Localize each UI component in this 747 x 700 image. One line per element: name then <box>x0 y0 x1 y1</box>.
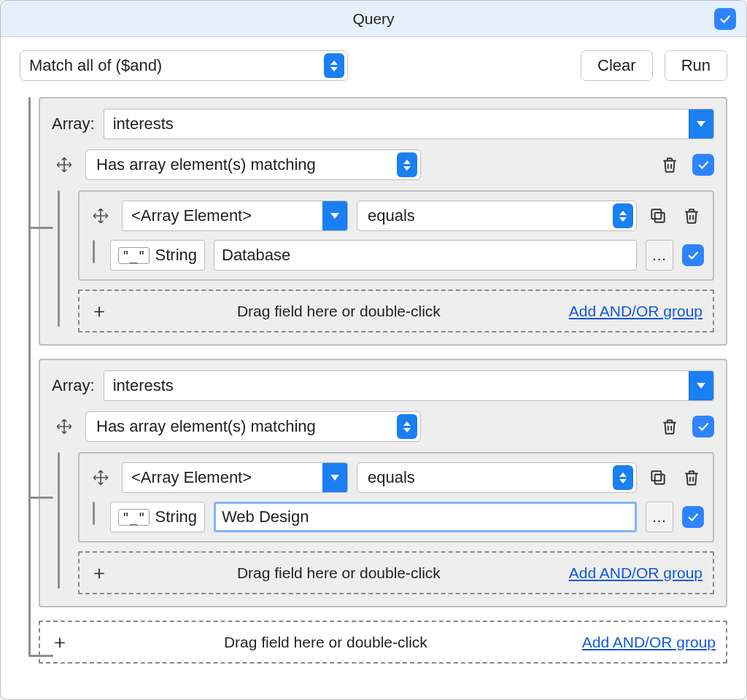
dropzone-hint: Drag field here or double-click <box>80 634 572 651</box>
group-panel: Array: interests Has array element(s) ma… <box>39 97 727 346</box>
type-label: String <box>155 508 197 526</box>
type-chip[interactable]: "_" String <box>110 502 205 532</box>
dropzone[interactable]: ＋ Drag field here or double-click Add AN… <box>78 289 714 332</box>
stepper-icon <box>613 203 633 228</box>
delete-button[interactable] <box>679 203 704 228</box>
plus-icon: ＋ <box>50 629 69 655</box>
query-builder-window: Query Match all of ($and) Clear Run <box>0 0 747 700</box>
titlebar-toggle[interactable] <box>714 8 736 30</box>
query-tree: Array: interests Has array element(s) ma… <box>20 97 727 685</box>
copy-button[interactable] <box>646 203 670 228</box>
tree-trunk <box>20 97 39 685</box>
svg-rect-1 <box>651 209 661 219</box>
comparison-select[interactable]: equals <box>357 201 637 231</box>
field-select-label: <Array Element> <box>131 206 322 225</box>
chevron-down-icon <box>689 371 713 400</box>
root-dropzone[interactable]: ＋ Drag field here or double-click Add AN… <box>39 621 727 664</box>
type-mini-icon: "_" <box>118 509 150 526</box>
more-button[interactable]: ... <box>646 240 673 271</box>
enable-toggle[interactable] <box>682 244 704 266</box>
match-operator-select[interactable]: Has array element(s) matching <box>85 411 421 442</box>
delete-button[interactable] <box>657 152 682 177</box>
copy-button[interactable] <box>646 465 670 490</box>
chevron-down-icon <box>322 463 347 492</box>
clear-button[interactable]: Clear <box>581 50 653 81</box>
move-handle-icon[interactable] <box>52 152 77 177</box>
array-label: Array: <box>52 376 95 395</box>
array-field-value: interests <box>113 376 689 395</box>
value-input-text: Database <box>222 246 290 265</box>
array-field-value: interests <box>113 114 689 133</box>
move-handle-icon[interactable] <box>52 414 77 439</box>
dropzone[interactable]: ＋ Drag field here or double-click Add AN… <box>78 551 714 594</box>
array-label: Array: <box>52 114 95 133</box>
svg-rect-2 <box>655 475 665 484</box>
condition-panel: <Array Element> equals <box>78 452 714 542</box>
enable-toggle[interactable] <box>692 416 714 438</box>
match-mode-label: Match all of ($and) <box>29 56 321 75</box>
group-panel: Array: interests Has array element(s) ma… <box>39 359 727 607</box>
plus-icon: ＋ <box>90 298 109 324</box>
chevron-down-icon <box>322 201 347 230</box>
chevron-down-icon <box>689 109 713 139</box>
value-input-text: Web Design <box>222 508 309 526</box>
move-handle-icon[interactable] <box>88 465 113 490</box>
move-handle-icon[interactable] <box>88 203 113 228</box>
stepper-icon <box>613 465 633 490</box>
condition-panel: <Array Element> equals <box>78 190 714 281</box>
window-title: Query <box>352 10 394 28</box>
match-mode-select[interactable]: Match all of ($and) <box>20 50 348 81</box>
field-select[interactable]: <Array Element> <box>122 462 348 493</box>
comparison-label: equals <box>368 206 610 225</box>
comparison-label: equals <box>368 468 610 487</box>
tree-branches: Array: interests Has array element(s) ma… <box>39 97 727 685</box>
add-group-link[interactable]: Add AND/OR group <box>569 564 703 582</box>
svg-rect-3 <box>651 471 661 481</box>
enable-toggle[interactable] <box>682 506 704 528</box>
more-button[interactable]: ... <box>646 502 673 532</box>
dropzone-hint: Drag field here or double-click <box>119 303 559 320</box>
enable-toggle[interactable] <box>692 154 714 176</box>
ellipsis-icon: ... <box>652 509 667 526</box>
stepper-icon <box>324 53 344 78</box>
match-operator-label: Has array element(s) matching <box>96 417 394 436</box>
delete-button[interactable] <box>679 465 704 490</box>
comparison-select[interactable]: equals <box>357 462 637 493</box>
titlebar: Query <box>1 1 746 37</box>
run-button[interactable]: Run <box>665 50 727 81</box>
svg-rect-0 <box>655 213 665 222</box>
value-input[interactable]: Web Design <box>214 502 637 532</box>
delete-button[interactable] <box>657 414 682 439</box>
dropzone-hint: Drag field here or double-click <box>119 564 559 582</box>
clear-button-label: Clear <box>597 56 636 75</box>
type-chip[interactable]: "_" String <box>110 240 205 271</box>
array-field-select[interactable]: interests <box>104 109 714 139</box>
run-button-label: Run <box>681 56 711 75</box>
value-input[interactable]: Database <box>214 240 637 271</box>
top-controls: Match all of ($and) Clear Run <box>20 50 727 81</box>
stepper-icon <box>397 152 417 177</box>
content-area: Match all of ($and) Clear Run <box>1 37 746 699</box>
match-operator-label: Has array element(s) matching <box>96 155 394 174</box>
match-operator-select[interactable]: Has array element(s) matching <box>85 149 421 180</box>
array-field-select[interactable]: interests <box>104 370 714 401</box>
type-label: String <box>155 246 197 265</box>
type-mini-icon: "_" <box>118 247 150 264</box>
add-group-link[interactable]: Add AND/OR group <box>582 634 716 651</box>
plus-icon: ＋ <box>90 560 109 586</box>
stepper-icon <box>397 414 417 439</box>
field-select-label: <Array Element> <box>131 468 322 487</box>
ellipsis-icon: ... <box>652 247 667 264</box>
field-select[interactable]: <Array Element> <box>122 201 348 231</box>
add-group-link[interactable]: Add AND/OR group <box>569 303 703 320</box>
